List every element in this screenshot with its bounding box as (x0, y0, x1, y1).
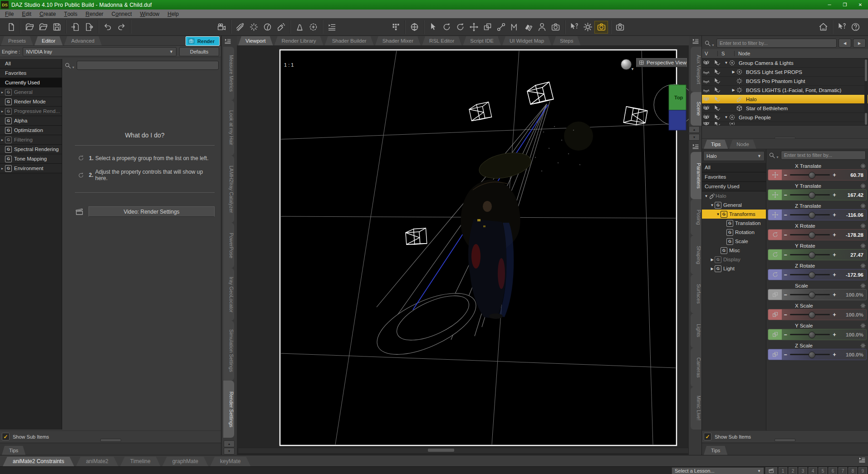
scene-filter-input[interactable] (716, 39, 837, 48)
scene-node-group-people[interactable]: ▼Group People (702, 113, 868, 122)
dock-tab-scene[interactable]: Scene (691, 92, 701, 126)
import-file-button[interactable] (69, 20, 82, 33)
tab-presets[interactable]: Presets (1, 36, 33, 45)
selectable-icon[interactable] (714, 68, 724, 75)
params-search-icon[interactable]: ▼ (769, 152, 779, 159)
property-group-general[interactable]: ▸GGeneral (0, 88, 62, 97)
video-render-settings-button[interactable]: Video: Render Settings (88, 206, 215, 217)
visibility-on-icon[interactable] (703, 96, 714, 103)
slider-track[interactable] (790, 294, 830, 295)
view-rotate-ball[interactable] (621, 59, 632, 70)
node-select-button[interactable] (426, 21, 440, 34)
tips-tab[interactable]: Tips (2, 446, 25, 455)
tab-render-library[interactable]: Render Library (275, 36, 324, 45)
expand-icon[interactable]: ▼ (724, 61, 729, 65)
whats-this-button[interactable] (835, 21, 848, 34)
visibility-on-icon[interactable] (703, 114, 714, 121)
pane-menu-icon[interactable] (691, 143, 700, 150)
slider-track[interactable] (790, 234, 830, 235)
dock-tab-powerpose[interactable]: PowerPose (223, 223, 234, 268)
tab-advanced[interactable]: Advanced (64, 36, 102, 45)
gear-icon[interactable] (860, 323, 866, 328)
slider-knob[interactable] (809, 252, 815, 259)
create-accent-light-button[interactable] (260, 20, 274, 33)
tab-graphmate[interactable]: graphMate (162, 457, 208, 466)
scroll-up-button[interactable]: ▲ (224, 440, 235, 447)
property-group-favorites[interactable]: Favorites (0, 68, 62, 78)
align-tool-button[interactable] (325, 20, 338, 33)
property-group-alpha[interactable]: GAlpha (0, 116, 62, 126)
property-group-progressive-rend[interactable]: ▸GProgressive Rend... (0, 107, 62, 116)
slider-track[interactable] (790, 314, 830, 315)
property-group-all[interactable]: All (0, 59, 62, 68)
render-filter-input[interactable] (77, 61, 219, 70)
slider-knob[interactable] (809, 352, 815, 358)
tab-keymate[interactable]: keyMate (210, 457, 250, 466)
open-file-button[interactable] (23, 20, 36, 33)
lesson-number-9[interactable]: 9 (858, 467, 867, 474)
close-button[interactable]: ✕ (853, 0, 868, 10)
create-point-light-button[interactable] (247, 20, 260, 33)
param-group-rotation[interactable]: GRotation (702, 228, 766, 237)
menu-help[interactable]: Help (163, 10, 183, 18)
pane-menu-icon[interactable] (691, 38, 700, 45)
property-group-tone-mapping[interactable]: GTone Mapping (0, 154, 62, 164)
property-group-currently-used[interactable]: Currently Used (0, 78, 62, 88)
scene-node-clipped[interactable] (702, 122, 868, 126)
show-sub-items-checkbox[interactable]: ✓ (2, 433, 10, 440)
property-group-render-mode[interactable]: GRender Mode (0, 97, 62, 107)
slider-track[interactable] (790, 214, 830, 215)
lesson-play-button[interactable] (765, 467, 777, 474)
pane-menu-icon[interactable] (858, 456, 866, 464)
tab-ui-widget-map[interactable]: UI Widget Map (502, 36, 551, 45)
menu-create[interactable]: Create (35, 10, 60, 18)
gear-icon[interactable] (860, 243, 866, 249)
param-filter-currently-used[interactable]: Currently Used (702, 182, 766, 191)
lesson-number-1[interactable]: 1 (779, 467, 787, 474)
param-group-halo[interactable]: ▼Halo (702, 191, 766, 200)
param-group-display[interactable]: ▶GDisplay (702, 255, 766, 264)
slider-increment[interactable]: + (831, 192, 838, 198)
property-group-filtering[interactable]: ▸GFiltering (0, 135, 62, 145)
tab-rsl-editor[interactable]: RSL Editor (422, 36, 461, 45)
dock-tab-measure-metrics[interactable]: Measure Metrics (223, 47, 234, 100)
slider-decrement[interactable]: − (782, 292, 789, 298)
camera-select-button[interactable] (549, 21, 562, 34)
param-group-scale[interactable]: GScale (702, 237, 766, 246)
tab-steps[interactable]: Steps (553, 36, 580, 45)
viewport-h-scrollbar[interactable] (238, 448, 689, 454)
shader-select-button[interactable] (521, 21, 535, 34)
expand-icon[interactable]: ▶ (731, 70, 736, 74)
slider-track[interactable] (790, 194, 830, 195)
menu-edit[interactable]: Edit (18, 10, 35, 18)
create-null-button[interactable] (306, 20, 320, 33)
show-sub-items-checkbox[interactable]: ✓ (704, 433, 711, 440)
slider-decrement[interactable]: − (782, 172, 789, 178)
menu-tools[interactable]: Tools (60, 10, 81, 18)
param-filter-favorites[interactable]: Favorites (702, 172, 766, 182)
rotate-select-button[interactable] (440, 21, 453, 34)
splitter-grip[interactable] (100, 439, 121, 442)
slider-decrement[interactable]: − (782, 272, 789, 278)
tab-tips[interactable]: Tips (704, 140, 728, 149)
visibility-off-icon[interactable] (703, 87, 714, 93)
dock-tab-aux-viewport[interactable]: Aux Viewport (691, 47, 701, 92)
undo-button[interactable] (101, 20, 114, 33)
selectable-icon[interactable] (714, 105, 724, 112)
dock-tab-mimic-live[interactable]: Mimic Live! (691, 387, 701, 430)
ds-home-button[interactable] (816, 21, 830, 34)
redo-button[interactable] (114, 20, 128, 33)
scroll-up-button[interactable]: ▲ (689, 126, 700, 133)
slider-decrement[interactable]: − (782, 312, 789, 318)
slider-knob[interactable] (809, 212, 815, 219)
surface-select-button[interactable] (508, 21, 521, 34)
minimize-button[interactable]: ─ (822, 0, 837, 10)
visibility-on-icon[interactable] (703, 59, 714, 66)
expand-icon[interactable]: ▼ (724, 115, 729, 119)
create-primitive-button[interactable] (293, 20, 306, 33)
dock-tab-iray-geolocator[interactable]: Iray GeoLocator (223, 268, 234, 321)
scene-node-boss-light-set-props[interactable]: ▶BOSS Light Set PROPS (702, 68, 868, 77)
gear-icon[interactable] (860, 223, 866, 229)
slider-increment[interactable]: + (831, 352, 838, 358)
selectable-icon[interactable] (714, 78, 724, 84)
